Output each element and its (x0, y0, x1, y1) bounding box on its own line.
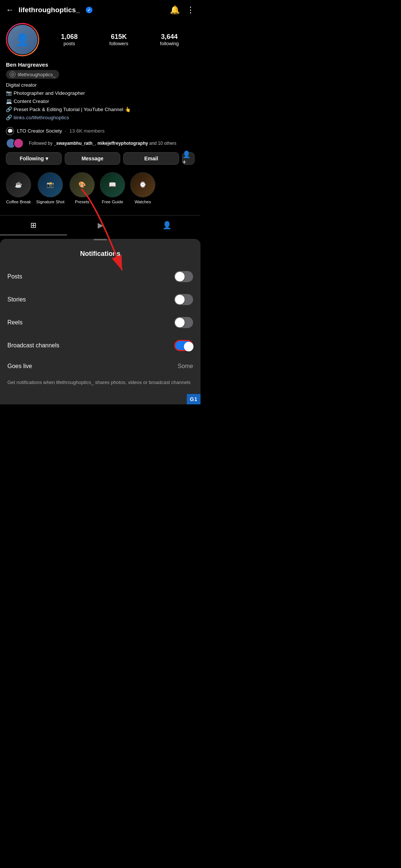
tagged-icon: 👤 (162, 221, 172, 230)
reels-toggle-knob (175, 318, 185, 327)
notification-reels-row: Reels (0, 311, 200, 334)
notification-posts-label: Posts (7, 273, 22, 280)
bio-line-4: 🔗 Preset Pack & Editing Tutorial | YouTu… (6, 106, 195, 113)
followed-by-text: Followed by _swayambhu_rath_, mikejeffre… (29, 141, 176, 146)
back-button[interactable]: ← (6, 5, 14, 15)
bio-section: Ben Hargreaves @ lifethroughoptics_ Digi… (6, 61, 195, 124)
highlight-watches[interactable]: ⌚ Watches (130, 172, 155, 204)
more-options-icon[interactable]: ⋮ (186, 5, 195, 15)
profile-header: ← lifethroughoptics_ 🔔 ⋮ (0, 0, 200, 20)
community-icon: 💬 (6, 127, 14, 135)
posts-toggle[interactable] (174, 271, 193, 282)
posts-toggle-knob (175, 272, 185, 281)
verified-badge (86, 7, 92, 13)
goes-live-value[interactable]: Some (178, 363, 193, 370)
highlight-free-guide[interactable]: 📖 Free Guide (100, 172, 125, 204)
grid-icon: ⊞ (30, 221, 37, 230)
add-friend-button[interactable]: 👤+ (182, 152, 195, 165)
highlight-presets[interactable]: 🎨 Presets (70, 172, 95, 204)
highlight-circle-5: ⌚ (130, 172, 155, 197)
broadcast-toggle[interactable] (174, 340, 193, 351)
bio-line-2: 📷 Photographer and Videographer (6, 90, 195, 97)
notification-stories-label: Stories (7, 296, 26, 303)
action-buttons: Following ▾ Message Email 👤+ (6, 152, 195, 165)
community-row[interactable]: 💬 LTO Creator Society · 13.6K members (6, 127, 195, 135)
stats-row: 1,068 posts 615K followers 3,644 followi… (45, 33, 195, 46)
highlight-coffee-break[interactable]: ☕ Coffee Break (6, 172, 31, 204)
notification-broadcast-label: Broadcast channels (7, 342, 60, 349)
reels-icon: ▶ (98, 221, 103, 230)
broadcast-toggle-knob (184, 342, 193, 351)
bio-line-3: 💻 Content Creator (6, 98, 195, 105)
notification-reels-label: Reels (7, 319, 23, 326)
sheet-description: Get notifications when lifethroughoptics… (0, 375, 200, 390)
community-name: LTO Creator Society (17, 128, 62, 134)
bio-line-1: Digital creator (6, 82, 195, 89)
highlight-circle-4: 📖 (100, 172, 125, 197)
username-tag[interactable]: @ lifethroughoptics_ (6, 70, 59, 79)
mini-avatar-2 (13, 138, 24, 148)
profile-section: 👤 1,068 posts 615K followers 3,644 follo… (0, 20, 200, 214)
highlight-label-4: Free Guide (102, 200, 123, 204)
highlight-label-1: Coffee Break (6, 200, 31, 204)
highlight-label-5: Watches (135, 200, 151, 204)
following-button[interactable]: Following ▾ (6, 152, 62, 165)
bio-link[interactable]: 🔗 liinks.co/lifethroughoptics (6, 114, 195, 120)
notification-stories-row: Stories (0, 288, 200, 311)
follower-avatars (6, 138, 21, 148)
tab-tagged[interactable]: 👤 (134, 216, 200, 235)
following-stat[interactable]: 3,644 following (160, 33, 179, 46)
notification-goes-live-row: Goes live Some (0, 357, 200, 375)
highlight-circle-2: 📸 (38, 172, 63, 197)
posts-stat: 1,068 posts (61, 33, 78, 46)
add-friend-icon: 👤+ (182, 150, 194, 166)
highlight-label-2: Signature Shot (36, 200, 64, 204)
sheet-handle (94, 239, 107, 240)
tab-reels[interactable]: ▶ (67, 216, 134, 235)
followers-stat[interactable]: 615K followers (109, 33, 128, 46)
highlight-signature-shot[interactable]: 📸 Signature Shot (36, 172, 64, 204)
community-member-count: 13.6K members (70, 128, 105, 134)
tab-row: ⊞ ▶ 👤 (0, 215, 200, 235)
bell-icon[interactable]: 🔔 (170, 5, 180, 15)
avatar[interactable]: 👤 (6, 23, 39, 56)
stories-toggle[interactable] (174, 294, 193, 305)
community-members: · (65, 128, 67, 134)
followed-by-row: Followed by _swayambhu_rath_, mikejeffre… (6, 138, 195, 148)
display-name: Ben Hargreaves (6, 61, 195, 68)
sheet-title: Notifications (0, 246, 200, 265)
message-button[interactable]: Message (65, 152, 121, 165)
notification-posts-row: Posts (0, 265, 200, 288)
notifications-sheet: Notifications Posts Stories Reels Broadc… (0, 239, 200, 404)
highlight-label-3: Presets (75, 200, 90, 204)
g1-watermark: G1 (187, 394, 200, 404)
at-icon: @ (10, 71, 16, 77)
highlight-circle-3: 🎨 (70, 172, 95, 197)
notification-goes-live-label: Goes live (7, 363, 32, 370)
highlights-row: ☕ Coffee Break 📸 Signature Shot 🎨 Preset… (6, 168, 195, 209)
stories-toggle-knob (175, 295, 185, 304)
notification-broadcast-row: Broadcast channels (0, 334, 200, 357)
tab-grid[interactable]: ⊞ (0, 216, 67, 235)
highlight-circle-1: ☕ (6, 172, 31, 197)
reels-toggle[interactable] (174, 317, 193, 328)
email-button[interactable]: Email (123, 152, 179, 165)
header-username: lifethroughoptics_ (18, 6, 80, 14)
